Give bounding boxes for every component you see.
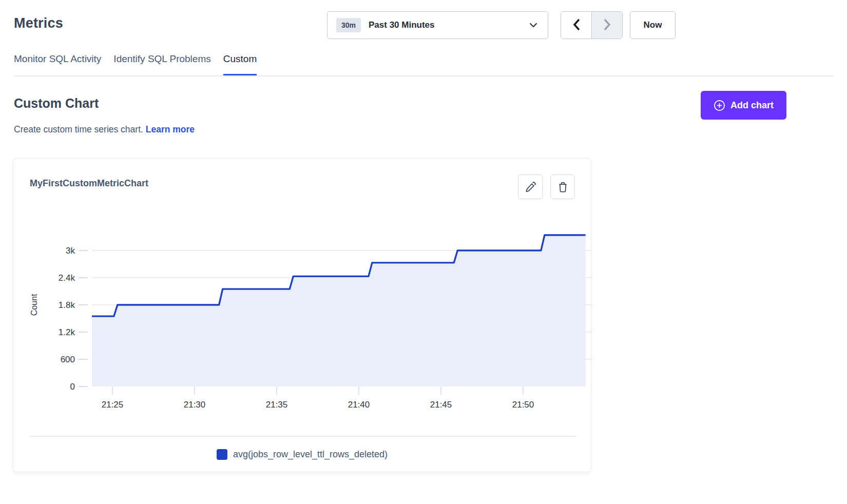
- svg-text:21:45: 21:45: [430, 400, 452, 410]
- tab-bar: Monitor SQL Activity Identify SQL Proble…: [14, 53, 257, 76]
- svg-text:21:40: 21:40: [348, 400, 370, 410]
- svg-text:21:50: 21:50: [512, 400, 534, 410]
- tab-identify-sql-problems[interactable]: Identify SQL Problems: [113, 53, 210, 76]
- legend-divider: [30, 436, 576, 437]
- description-text: Create custom time series chart.: [14, 124, 143, 134]
- legend-swatch: [217, 449, 227, 460]
- svg-text:0: 0: [70, 382, 75, 392]
- tab-custom[interactable]: Custom: [223, 53, 257, 76]
- page-title: Metrics: [14, 15, 63, 31]
- metrics-page: Metrics 30m Past 30 Minutes Now Monitor …: [0, 0, 847, 504]
- legend-label: avg(jobs_row_level_ttl_rows_deleted): [233, 449, 388, 460]
- chart-legend: avg(jobs_row_level_ttl_rows_deleted): [13, 449, 591, 460]
- tab-divider: [14, 75, 833, 76]
- svg-text:2.4k: 2.4k: [59, 273, 75, 283]
- chart-card: MyFirstCustomMetricChart 06001.2k1.8k2.4…: [13, 158, 591, 472]
- chevron-left-icon: [572, 18, 581, 33]
- prev-time-button[interactable]: [561, 12, 591, 38]
- svg-text:1.8k: 1.8k: [59, 300, 75, 310]
- svg-text:21:35: 21:35: [266, 400, 288, 410]
- svg-text:21:30: 21:30: [184, 400, 206, 410]
- svg-text:3k: 3k: [66, 246, 75, 256]
- svg-text:Count: Count: [30, 294, 38, 316]
- pencil-icon: [525, 181, 536, 193]
- learn-more-link[interactable]: Learn more: [146, 124, 195, 134]
- section-heading: Custom Chart: [14, 96, 99, 111]
- edit-chart-button[interactable]: [518, 175, 543, 199]
- plus-circle-icon: [714, 100, 725, 111]
- time-window-badge: 30m: [336, 18, 361, 32]
- next-time-button[interactable]: [591, 12, 622, 38]
- time-window-selector[interactable]: 30m Past 30 Minutes: [327, 11, 548, 39]
- tab-monitor-sql-activity[interactable]: Monitor SQL Activity: [14, 53, 101, 76]
- add-chart-button[interactable]: Add chart: [701, 91, 786, 120]
- svg-text:21:25: 21:25: [102, 400, 124, 410]
- svg-text:1.2k: 1.2k: [59, 327, 75, 337]
- time-series-chart: 06001.2k1.8k2.4k3k21:2521:3021:3521:4021…: [30, 216, 592, 417]
- add-chart-label: Add chart: [730, 100, 774, 111]
- now-button[interactable]: Now: [630, 11, 676, 39]
- chevron-down-icon: [529, 23, 537, 28]
- chart-title: MyFirstCustomMetricChart: [30, 178, 148, 189]
- section-description: Create custom time series chart. Learn m…: [14, 124, 195, 135]
- chevron-right-icon: [603, 18, 612, 33]
- time-window-label: Past 30 Minutes: [369, 20, 435, 30]
- trash-icon: [557, 181, 569, 193]
- svg-text:600: 600: [61, 355, 75, 364]
- time-nav-group: [561, 11, 623, 39]
- delete-chart-button[interactable]: [550, 175, 575, 199]
